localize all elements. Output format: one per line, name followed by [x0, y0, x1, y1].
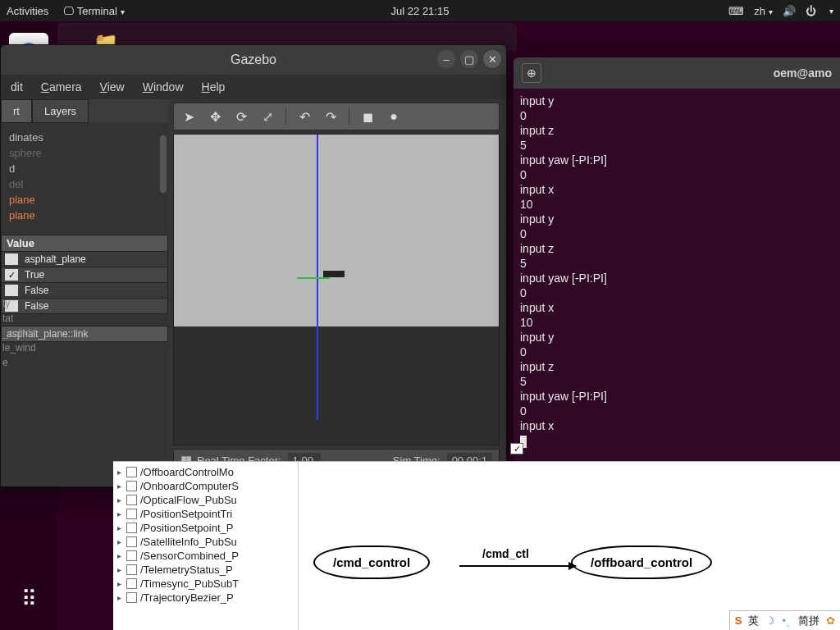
- minimize-button[interactable]: –: [437, 50, 455, 68]
- show-apps-icon[interactable]: ⠿: [9, 579, 48, 619]
- side-label: tat: [2, 311, 36, 326]
- tree-row-selected[interactable]: plane: [6, 192, 163, 208]
- topic-row[interactable]: ▸/PositionSetpoint_P: [115, 521, 296, 535]
- menu-window[interactable]: Window: [143, 80, 184, 94]
- activities-button[interactable]: Activities: [7, 5, 48, 17]
- tree-row[interactable]: dinates: [6, 130, 163, 145]
- ime-lang-en[interactable]: 英: [748, 614, 759, 628]
- tree-row[interactable]: sphere: [6, 145, 163, 161]
- keyboard-icon[interactable]: ⌨: [728, 5, 744, 17]
- checkbox[interactable]: [126, 550, 137, 561]
- terminal-output[interactable]: input y 0 input z 5 input yaw [-PI:PI] 0…: [514, 89, 840, 453]
- ros-node[interactable]: /offboard_control: [571, 546, 712, 579]
- topic-row[interactable]: ▸/OffboardControlMo: [115, 465, 296, 479]
- ros-graph-canvas[interactable]: /cmd_control /cmd_ctl /offboard_control: [299, 462, 840, 630]
- ground-plane: [174, 326, 499, 445]
- move-tool-icon[interactable]: ✥: [205, 107, 225, 126]
- expand-icon[interactable]: ▸: [115, 495, 123, 504]
- ime-bar[interactable]: S 英 ☽ •ˎ 简拼 ✿: [729, 610, 840, 630]
- topic-row[interactable]: ▸/OnboardComputerS: [115, 479, 296, 493]
- box-shape-icon[interactable]: ◼: [358, 107, 377, 126]
- menu-help[interactable]: Help: [202, 80, 226, 94]
- maximize-button[interactable]: ▢: [460, 50, 478, 68]
- moon-icon[interactable]: ☽: [765, 614, 775, 627]
- checkbox[interactable]: [126, 481, 137, 491]
- stray-checkbox[interactable]: ✓: [510, 443, 523, 454]
- input-lang[interactable]: zh▾: [754, 5, 773, 17]
- system-menu-chevron-icon[interactable]: ▾: [829, 7, 833, 16]
- terminal-text: input y 0 input z 5 input yaw [-PI:PI] 0…: [520, 94, 607, 432]
- topic-row[interactable]: ▸/OpticalFlow_PubSu: [115, 493, 296, 507]
- checkbox[interactable]: [126, 467, 137, 477]
- checkbox[interactable]: [126, 523, 137, 533]
- sphere-shape-icon[interactable]: ●: [384, 107, 404, 126]
- topic-label: /Timesync_PubSubT: [140, 578, 239, 590]
- expand-icon[interactable]: ▸: [115, 468, 123, 477]
- scale-tool-icon[interactable]: ⤢: [258, 107, 277, 126]
- undo-icon[interactable]: ↶: [294, 107, 314, 126]
- expand-icon[interactable]: ▸: [115, 523, 123, 532]
- checkbox[interactable]: [126, 564, 137, 575]
- topic-label: /OnboardComputerS: [140, 480, 239, 492]
- expand-icon[interactable]: ▸: [115, 579, 123, 588]
- power-icon[interactable]: ⏻: [806, 5, 816, 17]
- ime-gear-icon[interactable]: ✿: [826, 614, 835, 627]
- appmenu[interactable]: 🖵 Terminal▾: [63, 5, 125, 17]
- checkbox[interactable]: [126, 536, 137, 547]
- ime-lang-cn[interactable]: 简拼: [798, 614, 819, 628]
- topic-row[interactable]: ▸/TrajectoryBezier_P: [115, 591, 296, 605]
- gazebo-titlebar[interactable]: Gazebo – ▢ ✕: [1, 45, 506, 75]
- checkbox[interactable]: [5, 285, 18, 296]
- topic-row[interactable]: ▸/TelemetryStatus_P: [115, 563, 296, 577]
- rotate-tool-icon[interactable]: ⟳: [231, 107, 251, 126]
- expand-icon[interactable]: ▸: [115, 482, 123, 491]
- tab-insert[interactable]: rt: [1, 99, 32, 123]
- terminal-titlebar[interactable]: ⊕ oem@amo: [514, 57, 840, 89]
- topic-label: /SatelliteInfo_PubSu: [140, 536, 237, 548]
- checkbox[interactable]: [5, 253, 18, 265]
- select-tool-icon[interactable]: ➤: [179, 107, 199, 126]
- topic-list[interactable]: ▸/OffboardControlMo▸/OnboardComputerS▸/O…: [113, 462, 299, 630]
- topic-label: /SensorCombined_P: [140, 550, 239, 562]
- tree-row[interactable]: del: [6, 176, 163, 192]
- ros-edge-label: /cmd_ctl: [482, 547, 529, 560]
- checkbox[interactable]: [126, 592, 137, 603]
- volume-icon[interactable]: 🔊: [783, 5, 796, 17]
- gazebo-3d-canvas[interactable]: [173, 134, 500, 445]
- ros-node[interactable]: /cmd_control: [313, 546, 430, 579]
- checkbox[interactable]: [126, 578, 137, 589]
- new-tab-icon[interactable]: ⊕: [522, 63, 541, 83]
- terminal-host: oem@amo: [774, 66, 832, 80]
- topic-label: /PositionSetpoint_P: [140, 522, 233, 534]
- tree-row[interactable]: d: [6, 161, 163, 176]
- expand-icon[interactable]: ▸: [115, 509, 123, 518]
- expand-icon[interactable]: ▸: [115, 565, 123, 574]
- checkbox[interactable]: [126, 509, 137, 519]
- topic-row[interactable]: ▸/SatelliteInfo_PubSu: [115, 535, 296, 549]
- sogou-icon[interactable]: S: [735, 614, 742, 627]
- checkbox[interactable]: [126, 495, 137, 505]
- menu-edit[interactable]: dit: [11, 80, 23, 94]
- checkbox[interactable]: ✓: [5, 269, 18, 281]
- topic-label: /OffboardControlMo: [140, 466, 234, 478]
- topic-row[interactable]: ▸/PositionSetpointTri: [115, 507, 296, 521]
- expand-icon[interactable]: ▸: [115, 537, 123, 546]
- prop-row[interactable]: asphalt_plane: [1, 252, 168, 267]
- topic-row[interactable]: ▸/Timesync_PubSubT: [115, 577, 296, 591]
- drone-model[interactable]: [323, 271, 345, 277]
- topic-row[interactable]: ▸/SensorCombined_P: [115, 549, 296, 563]
- tree-row-selected[interactable]: plane: [6, 208, 163, 223]
- clock[interactable]: Jul 22 21:15: [391, 5, 450, 17]
- expand-icon[interactable]: ▸: [115, 551, 123, 560]
- redo-icon[interactable]: ↷: [321, 107, 340, 126]
- menu-view[interactable]: View: [100, 80, 125, 94]
- window-title: Gazebo: [231, 52, 276, 67]
- model-tree[interactable]: dinates sphere d del plane plane: [1, 123, 168, 226]
- expand-icon[interactable]: ▸: [115, 593, 123, 602]
- tab-layers[interactable]: Layers: [32, 99, 89, 123]
- prop-row[interactable]: ✓True: [1, 267, 168, 283]
- menu-camera[interactable]: CCameraamera: [41, 80, 82, 94]
- close-button[interactable]: ✕: [483, 50, 501, 68]
- ime-dot-icon[interactable]: •ˎ: [782, 614, 792, 627]
- gazebo-side-panel: rt Layers dinates sphere d del plane pla…: [1, 99, 168, 486]
